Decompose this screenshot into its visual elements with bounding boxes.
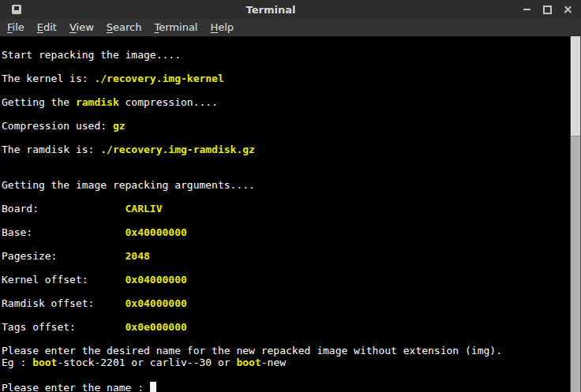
- terminal-screen[interactable]: Start repacking the image....The kernel …: [0, 36, 570, 392]
- terminal-line: [2, 167, 570, 179]
- maximize-button[interactable]: [541, 3, 554, 17]
- window-content: Start repacking the image....The kernel …: [0, 36, 581, 392]
- terminal-window: Terminal FileEditViewSearchTerminalHelp …: [0, 0, 581, 392]
- terminal-line: [2, 333, 570, 345]
- terminal-text-highlight: ./recovery.img-kernel: [94, 73, 223, 84]
- terminal-line: [2, 132, 570, 144]
- maximize-icon: [543, 6, 552, 14]
- terminal-line: [2, 84, 570, 96]
- terminal-line: Tags offset: 0x0e000000: [2, 321, 570, 333]
- terminal-text: Base:: [2, 226, 126, 238]
- terminal-text: -stock-2201 or carliv--30 or: [57, 357, 236, 368]
- terminal-line: [2, 191, 570, 203]
- terminal-text-highlight: 0x0e000000: [126, 321, 187, 333]
- terminal-line: [2, 108, 570, 120]
- terminal-line: [2, 262, 570, 274]
- minimize-icon: [523, 9, 530, 10]
- menu-help[interactable]: Help: [204, 19, 240, 36]
- text-cursor: [150, 382, 156, 392]
- terminal-text-highlight: ./recovery.img-ramdisk.gz: [100, 144, 255, 155]
- terminal-line: [2, 238, 570, 250]
- terminal-text-highlight: ramdisk: [76, 96, 119, 108]
- terminal-line: Getting the image repacking arguments...…: [2, 179, 570, 191]
- terminal-line: [2, 309, 570, 321]
- terminal-text-highlight: 2048: [126, 250, 150, 262]
- close-button[interactable]: [561, 3, 575, 17]
- terminal-text-highlight: boot: [236, 357, 261, 368]
- terminal-text: Pagesize:: [2, 250, 126, 262]
- terminal-text: Getting the image repacking arguments...…: [2, 179, 255, 191]
- menu-terminal[interactable]: Terminal: [148, 19, 204, 36]
- terminal-app-icon: [12, 5, 21, 14]
- terminal-text: Please enter the desired name for the ne…: [2, 345, 502, 357]
- terminal-line: The ramdisk is: ./recovery.img-ramdisk.g…: [2, 144, 570, 155]
- terminal-text: -new: [261, 357, 286, 368]
- terminal-line: Board: CARLIV: [2, 203, 570, 215]
- close-icon: [564, 6, 572, 14]
- menubar: FileEditViewSearchTerminalHelp: [0, 19, 581, 36]
- terminal-text: compression....: [119, 96, 218, 108]
- terminal-text: Start repacking the image....: [2, 49, 181, 61]
- terminal-text: The ramdisk is:: [2, 144, 100, 155]
- scrollbar-thumb[interactable]: [571, 136, 580, 392]
- terminal-line: Getting the ramdisk compression....: [2, 96, 570, 108]
- terminal-line: Ramdisk offset: 0x04000000: [2, 297, 570, 309]
- menu-search[interactable]: Search: [100, 19, 148, 36]
- terminal-line: The kernel is: ./recovery.img-kernel: [2, 73, 570, 84]
- terminal-line: Please enter the desired name for the ne…: [2, 345, 570, 357]
- terminal-text-highlight: CARLIV: [126, 203, 163, 215]
- terminal-line: Base: 0x40000000: [2, 226, 570, 238]
- window-title: Terminal: [21, 4, 520, 16]
- terminal-line: Please enter the name :: [2, 380, 570, 392]
- terminal-line: Eg : boot-stock-2201 or carliv--30 or bo…: [2, 357, 570, 368]
- window-controls: [520, 3, 575, 17]
- terminal-text: Board:: [2, 203, 126, 215]
- terminal-text: Kernel offset:: [2, 274, 126, 286]
- terminal-line: [2, 286, 570, 297]
- terminal-text-highlight: 0x04000000: [126, 297, 187, 309]
- terminal-text-highlight: boot: [32, 357, 57, 368]
- terminal-line: Start repacking the image....: [2, 49, 570, 61]
- terminal-line: [2, 215, 570, 226]
- terminal-line: Compression used: gz: [2, 120, 570, 132]
- terminal-line: [2, 155, 570, 167]
- terminal-line: Kernel offset: 0x04000000: [2, 274, 570, 286]
- terminal-text-highlight: 0x40000000: [126, 226, 187, 238]
- terminal-text: Getting the: [2, 96, 76, 108]
- titlebar[interactable]: Terminal: [0, 0, 581, 19]
- terminal-text: Compression used:: [2, 120, 113, 132]
- terminal-text-highlight: gz: [113, 120, 126, 132]
- terminal-text: Eg :: [2, 357, 32, 368]
- menu-edit[interactable]: Edit: [31, 19, 63, 36]
- terminal-text: Please enter the name :: [2, 382, 150, 392]
- terminal-line: [2, 61, 570, 73]
- terminal-line: [2, 37, 570, 49]
- menu-file[interactable]: File: [1, 19, 31, 36]
- terminal-text: Ramdisk offset:: [2, 297, 126, 309]
- menu-view[interactable]: View: [63, 19, 100, 36]
- terminal-text: Tags offset:: [2, 321, 126, 333]
- terminal-line: Pagesize: 2048: [2, 250, 570, 262]
- scrollbar[interactable]: [570, 36, 581, 392]
- terminal-text-highlight: 0x04000000: [126, 274, 187, 286]
- minimize-button[interactable]: [520, 3, 534, 17]
- terminal-text: The kernel is:: [2, 73, 94, 84]
- terminal-line: [2, 368, 570, 380]
